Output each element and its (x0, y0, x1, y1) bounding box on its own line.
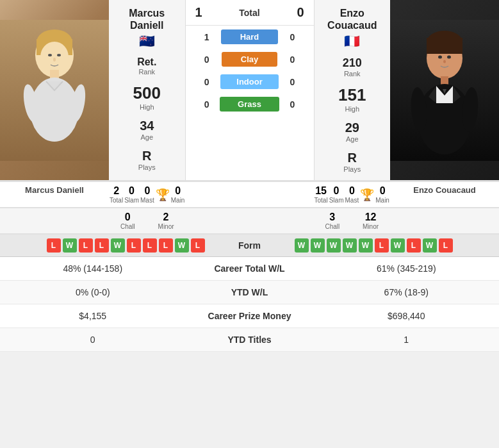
left-ytd-titles: 0 (0, 335, 186, 345)
left-minor: 2 (163, 212, 169, 223)
right-mast: 0 (349, 185, 355, 197)
left-form-pill-8: W (175, 238, 189, 253)
svg-rect-17 (427, 38, 462, 54)
hard-right: 0 (290, 32, 306, 42)
grass-row: 0 Grass 0 (186, 93, 314, 115)
right-total-label: Total (315, 197, 328, 204)
stats-table: 48% (144-158) Career Total W/L 61% (345-… (0, 257, 499, 352)
left-total-label: Total (110, 197, 123, 204)
right-total: 15 (315, 185, 327, 197)
indoor-row: 0 Indoor 0 (186, 71, 314, 93)
left-title-stats: 2 Total 0 Slam 0 Mast 🏆 0 Main (109, 182, 186, 207)
right-ytd-titles: 1 (314, 335, 500, 345)
right-form-pill-9: L (439, 238, 453, 253)
right-plays-block: R Plays (321, 151, 384, 173)
clay-button[interactable]: Clay (222, 52, 277, 67)
left-high-block: 500 High (115, 83, 179, 111)
left-slam-block: 0 Slam (124, 185, 139, 204)
center-spacer (186, 182, 314, 207)
left-ytd-wl: 0% (0-0) (0, 287, 186, 297)
left-plays-value: R (142, 149, 151, 163)
right-rank-label: Rank (344, 70, 361, 78)
chall-minor-center-spacer (186, 208, 314, 233)
left-plays-block: R Plays (115, 149, 179, 171)
right-form-pill-5: L (375, 238, 389, 253)
svg-point-7 (57, 54, 61, 56)
right-main-block: 0 Main (375, 185, 389, 204)
right-minor-label: Minor (363, 223, 379, 230)
ytd-titles-row: 0 YTD Titles 1 (0, 328, 499, 352)
right-high-value: 151 (338, 85, 366, 105)
indoor-left: 0 (193, 77, 209, 87)
comparison-block: Marcus Daniell 🇳🇿 Ret. Rank 500 High 34 … (0, 0, 499, 182)
right-plays-value: R (348, 151, 357, 165)
total-right-score: 0 (297, 5, 304, 20)
right-player-name: Enzo Couacaud (321, 7, 384, 31)
hard-left: 1 (193, 32, 209, 42)
left-player-name: Marcus Daniell (115, 7, 179, 31)
total-label: Total (239, 8, 259, 18)
left-career-wl: 48% (144-158) (0, 263, 186, 274)
left-flag: 🇳🇿 (139, 33, 155, 49)
left-form-pills: L W L L W L L L W L (0, 238, 211, 253)
grass-left: 0 (193, 99, 209, 110)
hard-row: 1 Hard 0 (186, 26, 314, 48)
left-minor-label: Minor (158, 223, 174, 230)
right-player-name-bottom: Enzo Couacaud (390, 182, 499, 207)
form-section: L W L L W L L L W L Form W W W W W L W L… (0, 235, 499, 257)
career-wl-row: 48% (144-158) Career Total W/L 61% (345-… (0, 257, 499, 281)
right-mast-label: Mast (345, 197, 359, 204)
left-stats-column: Marcus Daniell 🇳🇿 Ret. Rank 500 High 34 … (109, 0, 186, 180)
left-form-pill-1: W (63, 238, 77, 253)
right-minor-block: 12 Minor (363, 212, 379, 230)
left-slam: 0 (129, 185, 135, 197)
right-stats-column: Enzo Couacaud 🇫🇷 210 Rank 151 High 29 Ag… (314, 0, 391, 180)
grass-button[interactable]: Grass (220, 97, 279, 112)
svg-point-18 (438, 55, 442, 58)
left-trophy-icon-block: 🏆 (156, 188, 170, 202)
left-trophy-icon: 🏆 (156, 188, 170, 202)
right-career-wl: 61% (345-219) (314, 263, 500, 274)
left-form-pill-5: L (127, 238, 141, 253)
left-player-name-bottom: Marcus Daniell (0, 182, 109, 207)
left-slam-label: Slam (124, 197, 139, 204)
left-high-value: 500 (133, 83, 161, 103)
right-form-pill-1: W (311, 238, 325, 253)
left-high-label: High (140, 103, 154, 111)
left-rank-label: Rank (138, 68, 155, 76)
left-mast-block: 0 Mast (140, 185, 154, 204)
prize-row: $4,155 Career Prize Money $698,440 (0, 304, 499, 328)
left-main-block: 0 Main (171, 185, 185, 204)
right-form-pill-3: W (343, 238, 357, 253)
right-chall-minor: 3 Chall 12 Minor (314, 208, 391, 233)
right-rank-block: 210 Rank (321, 56, 384, 78)
left-rank-value: Ret. (137, 56, 156, 68)
center-column: 1 Total 0 1 Hard 0 0 Clay 0 0 Indoor 0 (186, 0, 314, 180)
left-prize: $4,155 (0, 311, 186, 321)
left-form-pill-3: L (95, 238, 109, 253)
left-age-value: 34 (140, 119, 154, 133)
right-minor: 12 (365, 212, 377, 223)
ytd-label: YTD W/L (186, 287, 314, 297)
form-label: Form (211, 240, 288, 251)
svg-point-6 (48, 54, 52, 56)
right-high-label: High (345, 105, 359, 113)
right-slam: 0 (334, 185, 339, 197)
right-trophy-icon-block: 🏆 (360, 188, 374, 202)
left-form-pill-2: L (79, 238, 93, 253)
right-slam-label: Slam (329, 197, 344, 204)
left-chall-label: Chall (120, 223, 135, 230)
career-wl-label: Career Total W/L (186, 263, 314, 274)
clay-right: 0 (290, 54, 306, 65)
indoor-button[interactable]: Indoor (220, 74, 278, 89)
left-player-silhouette (0, 20, 109, 161)
left-age-block: 34 Age (115, 119, 179, 141)
left-form-pill-6: L (143, 238, 157, 253)
right-prize: $698,440 (314, 311, 500, 321)
right-chall-block: 3 Chall (325, 212, 339, 230)
left-chall-block: 0 Chall (120, 212, 135, 230)
right-form-pills: W W W W W L W L W L (288, 238, 500, 253)
svg-point-19 (447, 55, 451, 58)
hard-button[interactable]: Hard (221, 29, 279, 44)
left-form-pill-0: L (47, 238, 61, 253)
